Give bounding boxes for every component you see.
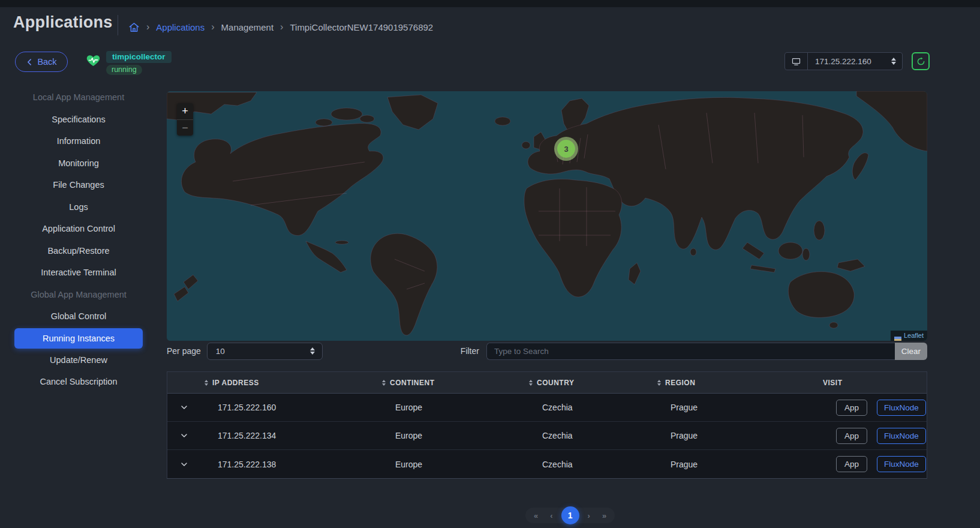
chevron-down-icon: [179, 460, 189, 469]
cell-country: Czechia: [525, 403, 654, 412]
marker-cluster[interactable]: 3: [554, 137, 578, 161]
row-expand-button[interactable]: [167, 431, 201, 440]
map-zoom-control: + −: [177, 103, 193, 136]
breadcrumb-management: Management: [221, 22, 274, 32]
filter-label: Filter: [461, 346, 479, 356]
sidebar-item-running-instances[interactable]: Running Instances: [14, 328, 143, 349]
header-continent[interactable]: CONTINENT: [378, 379, 525, 387]
window-top-strip: [0, 0, 980, 7]
sort-icon: [382, 380, 386, 386]
clear-filter-button[interactable]: Clear: [895, 343, 927, 360]
home-icon[interactable]: [128, 22, 140, 33]
refresh-button[interactable]: [912, 52, 930, 70]
chevron-left-icon: [26, 58, 34, 66]
breadcrumb-separator-icon: ›: [280, 22, 283, 32]
header-ip-address[interactable]: IP ADDRESS: [201, 379, 378, 387]
instances-table: IP ADDRESS CONTINENT COUNTRY REGION VISI…: [167, 371, 927, 479]
leaflet-attribution-link[interactable]: Leaflet: [904, 332, 924, 339]
table-header-row: IP ADDRESS CONTINENT COUNTRY REGION VISI…: [167, 372, 927, 394]
sidebar-item-cancel-subscription[interactable]: Cancel Subscription: [0, 371, 157, 393]
sidebar-item-interactive-terminal[interactable]: Interactive Terminal: [0, 262, 157, 284]
sidebar-item-file-changes[interactable]: File Changes: [0, 174, 157, 196]
sort-icon: [657, 380, 661, 386]
prev-page-button[interactable]: ‹: [550, 512, 552, 520]
marker-cluster-count: 3: [557, 140, 575, 158]
visit-fluxnode-button[interactable]: FluxNode: [877, 456, 926, 472]
sidebar: Local App Management Specifications Info…: [0, 86, 157, 393]
row-expand-button[interactable]: [167, 460, 201, 469]
back-button-label: Back: [37, 57, 56, 67]
health-heart-icon: [85, 53, 101, 70]
breadcrumb-app-id: TimpiCollectorNEW1749019576892: [290, 22, 433, 32]
next-page-button[interactable]: ›: [588, 512, 590, 520]
ukraine-flag-icon: [894, 333, 901, 338]
sidebar-item-monitoring[interactable]: Monitoring: [0, 152, 157, 175]
cell-ip: 171.25.222.134: [201, 431, 378, 440]
select-arrows-icon: [310, 347, 315, 355]
first-page-button[interactable]: «: [534, 512, 538, 520]
sidebar-item-logs[interactable]: Logs: [0, 196, 157, 218]
last-page-button[interactable]: »: [602, 512, 606, 520]
sidebar-item-backup-restore[interactable]: Backup/Restore: [0, 240, 157, 262]
cell-country: Czechia: [525, 431, 654, 440]
visit-app-button[interactable]: App: [836, 456, 867, 472]
sidebar-item-global-control[interactable]: Global Control: [0, 305, 157, 328]
sort-icon: [529, 380, 533, 386]
instances-map[interactable]: + − 3 Leaflet: [167, 91, 927, 341]
page-title: Applications: [13, 13, 113, 32]
breadcrumb-separator-icon: ›: [146, 22, 149, 32]
map-attribution: Leaflet: [891, 331, 927, 341]
sidebar-item-application-control[interactable]: Application Control: [0, 218, 157, 240]
zoom-in-button[interactable]: +: [177, 103, 193, 119]
table-row: 171.25.222.138 Europe Czechia Prague App…: [167, 450, 927, 478]
table-row: 171.25.222.134 Europe Czechia Prague App…: [167, 422, 927, 450]
sidebar-section-global-app-management: Global App Management: [0, 284, 157, 306]
app-badges: timpicollector running: [106, 51, 172, 75]
sidebar-section-local-app-management: Local App Management: [0, 86, 157, 109]
visit-app-button[interactable]: App: [836, 428, 867, 444]
cell-ip: 171.25.222.160: [201, 403, 378, 412]
header-divider: [118, 15, 118, 35]
node-ip-value: 171.25.222.160: [808, 57, 891, 66]
per-page-value: 10: [216, 347, 225, 356]
row-expand-button[interactable]: [167, 403, 201, 412]
header-country[interactable]: COUNTRY: [525, 379, 654, 387]
visit-fluxnode-button[interactable]: FluxNode: [877, 428, 926, 444]
cell-ip: 171.25.222.138: [201, 460, 378, 469]
visit-fluxnode-button[interactable]: FluxNode: [877, 400, 926, 416]
select-arrows-icon: [891, 58, 896, 65]
per-page-select[interactable]: 10: [207, 343, 323, 360]
chevron-down-icon: [179, 431, 189, 440]
zoom-out-button[interactable]: −: [177, 119, 193, 136]
sidebar-item-specifications[interactable]: Specifications: [0, 109, 157, 131]
breadcrumb-applications-link[interactable]: Applications: [156, 22, 205, 32]
status-badge: running: [106, 65, 142, 75]
cell-continent: Europe: [378, 460, 525, 469]
back-button[interactable]: Back: [15, 52, 68, 72]
per-page-label: Per page: [167, 346, 201, 356]
land-australia: [788, 272, 854, 317]
cell-region: Prague: [654, 460, 819, 469]
sort-icon: [205, 380, 208, 386]
node-ip-select[interactable]: 171.25.222.160: [784, 52, 903, 70]
breadcrumb-separator-icon: ›: [211, 22, 214, 32]
breadcrumb: › Applications › Management › TimpiColle…: [118, 19, 433, 35]
cell-region: Prague: [654, 403, 819, 412]
app-name-badge: timpicollector: [106, 51, 172, 63]
cell-continent: Europe: [378, 403, 525, 412]
header-region[interactable]: REGION: [654, 379, 819, 387]
monitor-icon: [785, 53, 808, 70]
cell-continent: Europe: [378, 431, 525, 440]
table-row: 171.25.222.160 Europe Czechia Prague App…: [167, 394, 927, 422]
header-visit: VISIT: [819, 379, 927, 387]
refresh-icon: [916, 56, 926, 67]
cell-country: Czechia: [525, 460, 654, 469]
world-map-tiles: [167, 91, 927, 341]
sidebar-item-update-renew[interactable]: Update/Renew: [0, 349, 157, 371]
visit-app-button[interactable]: App: [836, 400, 867, 416]
current-page-button[interactable]: 1: [561, 506, 579, 524]
pagination: « ‹ 1 › »: [525, 508, 615, 523]
filter-search-input[interactable]: [486, 343, 895, 360]
chevron-down-icon: [179, 403, 189, 412]
sidebar-item-information[interactable]: Information: [0, 130, 157, 152]
